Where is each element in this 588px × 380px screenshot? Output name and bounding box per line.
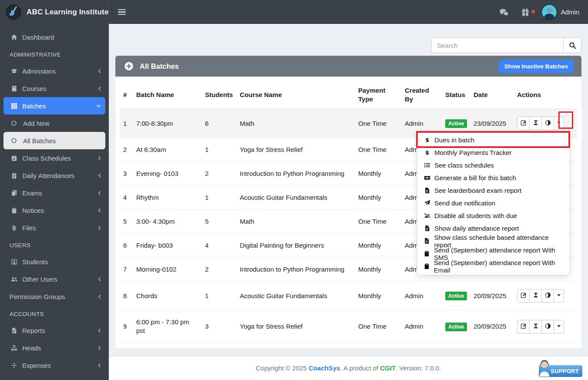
dropdown-item-see-learderboard-exam-report[interactable]: See learderboard exam report bbox=[417, 184, 569, 197]
dropdown-item-show-daily-attendance-report[interactable]: Show daily attendance report bbox=[417, 222, 569, 235]
cell-course-name: Yoga for Stress Relief bbox=[236, 138, 355, 162]
svg-text:$: $ bbox=[425, 137, 429, 143]
more-actions-button[interactable] bbox=[554, 320, 564, 333]
sidebar-item-label: Expenses bbox=[22, 362, 51, 369]
sidebar-item-label: Permission Groups bbox=[10, 293, 65, 300]
search-input[interactable] bbox=[431, 37, 563, 53]
adjust-icon bbox=[545, 323, 551, 330]
avatar bbox=[542, 5, 557, 20]
toggle-status-button[interactable] bbox=[541, 320, 554, 333]
chevron-left-icon bbox=[97, 363, 102, 368]
row-1-toggle-status-button[interactable] bbox=[541, 117, 554, 130]
sidebar-item-permission-groups[interactable]: Permission Groups bbox=[0, 288, 109, 305]
sidebar-item-batches[interactable]: Batches bbox=[3, 97, 105, 114]
sidebar-item-daily-attendances[interactable]: Daily Attendances bbox=[0, 167, 109, 184]
caret-down-icon bbox=[556, 292, 562, 299]
row-actions-group bbox=[517, 117, 564, 130]
chevron-left-icon bbox=[97, 208, 102, 213]
sidebar-item-courses[interactable]: Courses bbox=[0, 80, 109, 97]
cell-students: 2 bbox=[202, 162, 236, 186]
cell-payment-type: One Time bbox=[355, 310, 401, 343]
dropdown-item-see-class-schedules[interactable]: See class schedules bbox=[417, 159, 569, 172]
show-inactive-batches-button[interactable]: Show Inactive Batches bbox=[499, 60, 574, 73]
gift-icon[interactable] bbox=[521, 8, 530, 17]
user-menu[interactable]: Admin bbox=[542, 5, 579, 20]
sidebar-item-admissions[interactable]: Admissions bbox=[0, 62, 109, 80]
cgit-link[interactable]: CGIT bbox=[380, 364, 396, 372]
sidebar-item-reports[interactable]: Reports bbox=[0, 322, 109, 339]
list-icon bbox=[423, 162, 431, 168]
cell-batch-name: 6:00 pm - 7:30 pm pst bbox=[133, 310, 202, 343]
search-row bbox=[109, 24, 588, 53]
panel-title: All Batches bbox=[140, 62, 179, 71]
edit-button[interactable] bbox=[517, 289, 530, 303]
sidebar-item-students[interactable]: Students bbox=[0, 253, 109, 270]
cell-course-name: Introduction to Python Programming bbox=[236, 162, 355, 186]
chevron-left-icon bbox=[97, 328, 102, 333]
row-1-more-actions-button[interactable] bbox=[554, 117, 564, 130]
dropdown-item-disable-all-students-with-due[interactable]: Disable all students with due bbox=[417, 209, 569, 222]
row-number: 2 bbox=[120, 138, 133, 162]
sidebar-subitem-all-batches[interactable]: All Batches bbox=[3, 132, 105, 149]
add-batch-icon[interactable] bbox=[124, 61, 134, 71]
dropdown-item-send-september-attendance-report-with-sms[interactable]: Send (September) attendance report With … bbox=[417, 247, 569, 260]
cell-students: 1 bbox=[202, 138, 236, 162]
cell-course-name: Yoga for Stress Relief bbox=[236, 310, 355, 343]
cell-students: 6 bbox=[202, 109, 236, 138]
batch-students-button[interactable] bbox=[529, 320, 542, 333]
sidebar-item-class-schedules[interactable]: Class Schedules bbox=[0, 149, 109, 167]
messages-icon[interactable] bbox=[499, 8, 509, 17]
sidebar-subitem-add-new[interactable]: Add New bbox=[3, 114, 105, 132]
batch-students-button[interactable] bbox=[529, 289, 542, 303]
cell-course-name: Introduction to Python Programming bbox=[236, 258, 355, 282]
dropdown-item-label: Generate a bill for this batch bbox=[434, 174, 516, 182]
sidebar-toggle-button[interactable] bbox=[116, 5, 128, 19]
sidebar-item-heads[interactable]: Heads bbox=[0, 339, 109, 356]
brand-link[interactable]: ABC Learning Institute bbox=[0, 0, 109, 24]
cell-payment-type: One Time bbox=[355, 109, 401, 138]
notification-dot bbox=[531, 10, 535, 13]
edit-button[interactable] bbox=[517, 320, 530, 333]
cell-students: 2 bbox=[202, 258, 236, 282]
dropdown-item-label: Disable all students with due bbox=[434, 212, 517, 219]
dropdown-item-send-september-attendance-report-with-email[interactable]: Send (September) attendance report With … bbox=[417, 260, 569, 272]
cell-actions bbox=[514, 282, 577, 310]
user-bust-icon bbox=[533, 323, 539, 330]
sidebar-item-label: Courses bbox=[22, 85, 47, 92]
coachsys-link[interactable]: CoachSys bbox=[309, 364, 340, 372]
cell-students: 1 bbox=[202, 186, 236, 210]
sidebar-item-label: Admissions bbox=[22, 67, 56, 75]
sidebar-item-files[interactable]: Files bbox=[0, 219, 109, 236]
dropdown-item-label: Monthly Payments Tracker bbox=[434, 149, 512, 156]
sidebar-item-notices[interactable]: Notices bbox=[0, 202, 109, 219]
sidebar-item-label: Students bbox=[22, 258, 48, 266]
sidebar-item-other-users[interactable]: Other Users bbox=[0, 270, 109, 288]
sidebar-section-title: ACCOUNTS bbox=[0, 305, 109, 322]
row-1-edit-button[interactable] bbox=[517, 117, 530, 130]
dropdown-item-dues-in-batch[interactable]: $Dues in batch bbox=[417, 134, 569, 146]
sidebar-item-expenses[interactable]: Expenses bbox=[0, 356, 109, 374]
more-actions-button[interactable] bbox=[554, 289, 564, 303]
column-header-payment-type: Payment Type bbox=[355, 81, 401, 109]
dropdown-item-show-class-schedule-based-attendance-report[interactable]: Show class schedule based attendance rep… bbox=[417, 235, 569, 247]
adjust-icon bbox=[545, 292, 551, 299]
sidebar-item-dashboard[interactable]: Dashboard bbox=[0, 28, 109, 46]
dropdown-item-monthly-payments-tracker[interactable]: $Monthly Payments Tracker bbox=[417, 146, 569, 159]
support-button[interactable]: SUPPORT bbox=[537, 358, 582, 378]
chevron-left-icon bbox=[97, 69, 102, 74]
cell-students: 3 bbox=[202, 310, 236, 343]
sidebar-item-label: Heads bbox=[22, 344, 41, 352]
sidebar-subitem-label: Add New bbox=[23, 120, 50, 127]
dropdown-item-send-due-notification[interactable]: Send due notification bbox=[417, 197, 569, 209]
users-icon bbox=[10, 276, 18, 282]
row-1-batch-students-button[interactable] bbox=[529, 117, 542, 130]
column-header-status: Status bbox=[442, 81, 470, 109]
cell-batch-name: Morning-0102 bbox=[133, 258, 202, 282]
search-button[interactable] bbox=[563, 37, 581, 53]
dropdown-item-generate-a-bill-for-this-batch[interactable]: Generate a bill for this batch bbox=[417, 172, 569, 184]
sidebar-item-label: Reports bbox=[22, 327, 45, 334]
sidebar-item-exams[interactable]: Exams bbox=[0, 184, 109, 202]
chevron-left-icon bbox=[97, 225, 102, 230]
toggle-status-button[interactable] bbox=[541, 289, 554, 303]
brand-title: ABC Learning Institute bbox=[27, 8, 109, 17]
